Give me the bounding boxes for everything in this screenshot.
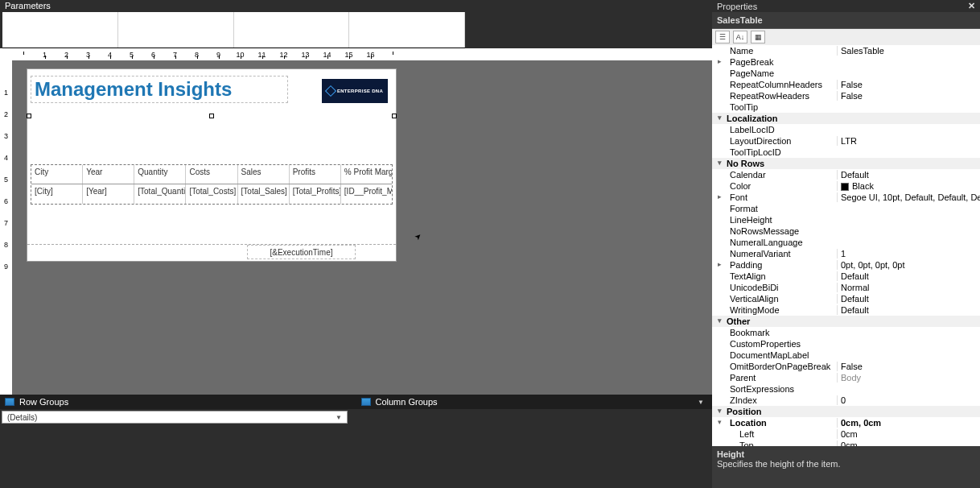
column-groups-header: Column Groups ▼ bbox=[356, 397, 713, 407]
property-row[interactable]: SortExpressions bbox=[712, 383, 980, 395]
property-row[interactable]: LayoutDirectionLTR bbox=[712, 135, 980, 147]
selected-object-name[interactable]: SalesTable bbox=[712, 12, 980, 29]
table-header-cell[interactable]: % Profit Margin bbox=[341, 165, 392, 184]
property-row[interactable]: Bookmark bbox=[712, 327, 980, 338]
properties-panel: Properties ✕ SalesTable ☰ A↓ ▦ NameSales… bbox=[712, 0, 980, 488]
groups-header-bar: Row Groups Column Groups ▼ bbox=[0, 395, 712, 409]
details-group-item[interactable]: (Details) ▼ bbox=[2, 411, 348, 424]
table-data-cell[interactable]: [Year] bbox=[83, 184, 134, 204]
resize-handle[interactable] bbox=[27, 114, 31, 118]
property-row[interactable]: LineHeight bbox=[712, 214, 980, 225]
details-group-label: (Details) bbox=[7, 413, 37, 422]
property-row[interactable]: ParentBody bbox=[712, 372, 980, 383]
row-groups-label: Row Groups bbox=[19, 397, 68, 407]
property-row[interactable]: Left0cm bbox=[712, 428, 980, 440]
property-pages-button[interactable]: ▦ bbox=[751, 31, 765, 43]
property-row[interactable]: Format bbox=[712, 203, 980, 214]
property-row[interactable]: ToolTipLocID bbox=[712, 147, 980, 158]
table-header-cell[interactable]: Profits bbox=[290, 165, 341, 184]
resize-handle[interactable] bbox=[209, 114, 214, 118]
table-data-cell[interactable]: [ID__Profit_Margin] bbox=[341, 184, 392, 204]
parameter-cell[interactable] bbox=[2, 12, 118, 48]
property-row[interactable]: LabelLocID bbox=[712, 124, 980, 135]
report-page[interactable]: Management Insights ENTERPRISE DNA CityY… bbox=[27, 68, 397, 262]
horizontal-ruler: 12345678910111213141516 bbox=[12, 48, 712, 60]
parameters-panel[interactable] bbox=[2, 12, 465, 48]
property-row[interactable]: Padding0pt, 0pt, 0pt, 0pt bbox=[712, 259, 980, 271]
property-row[interactable]: Top0cm bbox=[712, 440, 980, 446]
column-groups-icon bbox=[361, 398, 371, 406]
table-data-cell[interactable]: [Total_Quantity] bbox=[134, 184, 186, 204]
property-row[interactable]: UnicodeBiDiNormal bbox=[712, 282, 980, 293]
vertical-ruler: 123456789 bbox=[0, 60, 12, 395]
property-row[interactable]: CustomProperties bbox=[712, 338, 980, 349]
parameters-panel-header: Parameters bbox=[0, 0, 712, 12]
row-groups-header: Row Groups bbox=[0, 397, 356, 407]
properties-toolbar: ☰ A↓ ▦ bbox=[712, 29, 980, 45]
properties-grid[interactable]: NameSalesTablePageBreakPageNameRepeatCol… bbox=[712, 45, 980, 446]
table-header-row[interactable]: CityYearQuantityCostsSalesProfits% Profi… bbox=[31, 165, 392, 184]
property-row[interactable]: WritingModeDefault bbox=[712, 304, 980, 316]
property-category[interactable]: Other bbox=[712, 316, 980, 327]
property-row[interactable]: NameSalesTable bbox=[712, 45, 980, 56]
property-row[interactable]: RepeatColumnHeadersFalse bbox=[712, 79, 980, 90]
property-row[interactable]: Location0cm, 0cm bbox=[712, 417, 980, 428]
property-row[interactable]: ZIndex0 bbox=[712, 395, 980, 406]
design-canvas[interactable]: 12345678910111213141516 123456789 Manage… bbox=[0, 48, 712, 395]
property-category[interactable]: Localization bbox=[712, 113, 980, 124]
groups-menu-arrow[interactable]: ▼ bbox=[698, 399, 704, 406]
alphabetical-button[interactable]: A↓ bbox=[733, 31, 747, 43]
property-row[interactable]: ToolTip bbox=[712, 101, 980, 113]
design-surface[interactable]: Management Insights ENTERPRISE DNA CityY… bbox=[12, 60, 712, 395]
row-groups-list[interactable]: (Details) ▼ bbox=[0, 409, 356, 474]
parameter-cell[interactable] bbox=[349, 12, 465, 48]
property-category[interactable]: No Rows bbox=[712, 158, 980, 169]
property-row[interactable]: NumeralVariant1 bbox=[712, 248, 980, 259]
categorized-button[interactable]: ☰ bbox=[715, 31, 730, 43]
table-data-cell[interactable]: [Total_Costs] bbox=[186, 184, 237, 204]
table-header-cell[interactable]: Quantity bbox=[134, 165, 186, 184]
parameter-cell[interactable] bbox=[234, 12, 350, 48]
sales-table[interactable]: CityYearQuantityCostsSalesProfits% Profi… bbox=[31, 164, 393, 205]
column-groups-label: Column Groups bbox=[376, 397, 438, 407]
groups-body: (Details) ▼ bbox=[0, 409, 712, 474]
table-header-cell[interactable]: Sales bbox=[238, 165, 290, 184]
property-row[interactable]: RepeatRowHeadersFalse bbox=[712, 90, 980, 101]
execution-time-textbox[interactable]: [&ExecutionTime] bbox=[247, 245, 356, 259]
property-row[interactable]: CalendarDefault bbox=[712, 169, 980, 180]
property-row[interactable]: PageBreak bbox=[712, 56, 980, 68]
table-data-cell[interactable]: [Total_Sales] bbox=[238, 184, 290, 204]
property-row[interactable]: DocumentMapLabel bbox=[712, 349, 980, 361]
chevron-down-icon[interactable]: ▼ bbox=[336, 414, 342, 421]
logo-text: ENTERPRISE DNA bbox=[337, 89, 383, 93]
property-row[interactable]: FontSegoe UI, 10pt, Default, Default, De… bbox=[712, 192, 980, 203]
property-row[interactable]: OmitBorderOnPageBreakFalse bbox=[712, 361, 980, 372]
properties-help: Height Specifies the height of the item. bbox=[712, 446, 980, 478]
resize-handle[interactable] bbox=[392, 114, 397, 118]
close-icon[interactable]: ✕ bbox=[968, 1, 975, 11]
property-row[interactable]: TextAlignDefault bbox=[712, 271, 980, 282]
properties-panel-header: Properties ✕ bbox=[712, 0, 980, 12]
properties-title: Properties bbox=[717, 2, 757, 11]
logo-image[interactable]: ENTERPRISE DNA bbox=[322, 79, 388, 103]
table-header-cell[interactable]: Costs bbox=[186, 165, 237, 184]
ruler-corner bbox=[0, 48, 12, 60]
row-groups-icon bbox=[5, 398, 14, 406]
report-title-textbox[interactable]: Management Insights bbox=[31, 76, 288, 103]
property-row[interactable]: NoRowsMessage bbox=[712, 225, 980, 237]
table-data-cell[interactable]: [Total_Profits] bbox=[290, 184, 341, 204]
help-property-name: Height bbox=[717, 449, 975, 459]
table-detail-row[interactable]: [City][Year][Total_Quantity][Total_Costs… bbox=[31, 184, 392, 204]
help-property-desc: Specifies the height of the item. bbox=[717, 459, 975, 469]
parameter-cell[interactable] bbox=[118, 12, 234, 48]
property-row[interactable]: VerticalAlignDefault bbox=[712, 293, 980, 304]
column-groups-list[interactable] bbox=[356, 409, 713, 474]
table-header-cell[interactable]: City bbox=[31, 165, 83, 184]
table-data-cell[interactable]: [City] bbox=[31, 184, 83, 204]
property-row[interactable]: NumeralLanguage bbox=[712, 237, 980, 248]
property-row[interactable]: ColorBlack bbox=[712, 180, 980, 192]
property-row[interactable]: PageName bbox=[712, 68, 980, 79]
property-category[interactable]: Position bbox=[712, 406, 980, 417]
table-header-cell[interactable]: Year bbox=[83, 165, 134, 184]
